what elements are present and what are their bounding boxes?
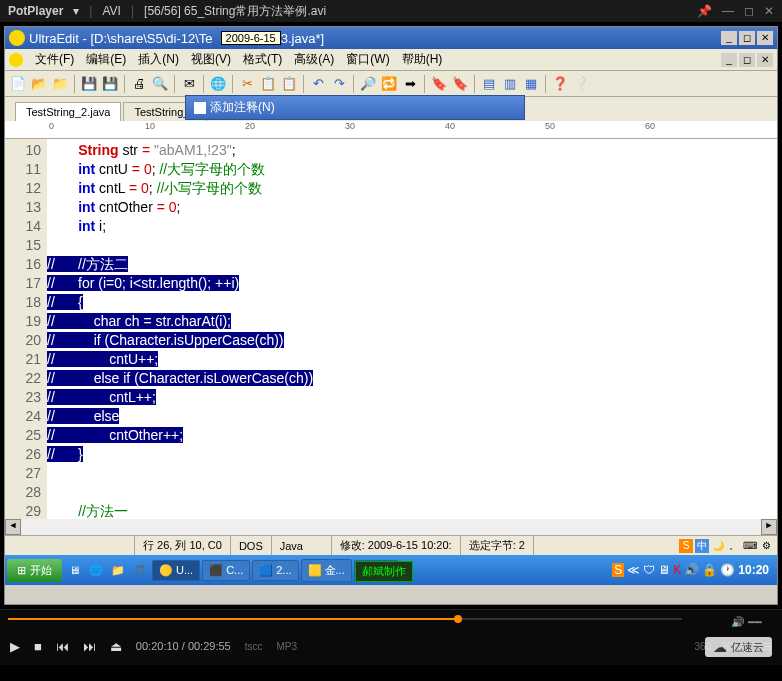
find-icon[interactable]: 🔎 bbox=[359, 75, 377, 93]
redo-icon[interactable]: ↷ bbox=[330, 75, 348, 93]
ime-s-icon[interactable]: S bbox=[679, 539, 693, 553]
selected-line-26: // } bbox=[47, 446, 83, 462]
ql-media-icon[interactable]: 🎵 bbox=[130, 560, 150, 580]
horizontal-scrollbar[interactable]: ◄ ► bbox=[5, 519, 777, 535]
potplayer-titlebar: PotPlayer ▾ | AVI | [56/56] 65_String常用方… bbox=[0, 0, 782, 22]
eject-button[interactable]: ⏏ bbox=[110, 639, 122, 654]
scroll-right-icon[interactable]: ► bbox=[761, 519, 777, 535]
save-as-icon[interactable]: 💾 bbox=[101, 75, 119, 93]
tray-s-icon[interactable]: S bbox=[612, 563, 624, 577]
new-icon[interactable]: 📄 bbox=[9, 75, 27, 93]
status-bar: 行 26, 列 10, C0 DOS Java 修改: 2009-6-15 10… bbox=[5, 535, 777, 555]
ue-minimize-button[interactable]: _ bbox=[721, 31, 737, 45]
play-button[interactable]: ▶ bbox=[10, 639, 20, 654]
toolbar: 📄 📂 📁 💾 💾 🖨 🔍 ✉ 🌐 ✂ 📋 📋 ↶ ↷ 🔎 🔁 ➡ 🔖 🔖 ▤ … bbox=[5, 71, 777, 97]
tray-clock-icon[interactable]: 🕐 bbox=[720, 563, 735, 577]
ime-keyboard-icon[interactable]: ⌨ bbox=[743, 539, 757, 553]
status-language: Java bbox=[272, 536, 332, 555]
stop-button[interactable]: ■ bbox=[34, 639, 42, 654]
cut-icon[interactable]: ✂ bbox=[238, 75, 256, 93]
tray-display-icon[interactable]: 🖥 bbox=[658, 563, 670, 577]
selected-line-23: // cntL++; bbox=[47, 389, 156, 405]
menu-window[interactable]: 窗口(W) bbox=[340, 49, 395, 70]
ql-desktop-icon[interactable]: 🖥 bbox=[64, 560, 84, 580]
goto-icon[interactable]: ➡ bbox=[401, 75, 419, 93]
menu-insert[interactable]: 插入(N) bbox=[132, 49, 185, 70]
maximize-button[interactable]: ◻ bbox=[744, 4, 754, 18]
audio-codec: MP3 bbox=[276, 641, 297, 652]
print-icon[interactable]: 🖨 bbox=[130, 75, 148, 93]
editor-area[interactable]: 1011121314151617181920212223242526272829… bbox=[5, 139, 777, 519]
selected-line-16: // //方法二 bbox=[47, 256, 128, 272]
tray-arrows-icon[interactable]: ≪ bbox=[627, 563, 640, 577]
ime-settings-icon[interactable]: ⚙ bbox=[759, 539, 773, 553]
menu-view[interactable]: 视图(V) bbox=[185, 49, 237, 70]
menu-edit[interactable]: 编辑(E) bbox=[80, 49, 132, 70]
paste-icon[interactable]: 📋 bbox=[280, 75, 298, 93]
selected-line-18: // { bbox=[47, 294, 83, 310]
ultraedit-titlebar: UltraEdit - [D:\share\S5\di-12\Te 2009-6… bbox=[5, 27, 777, 49]
menu-format[interactable]: 格式(T) bbox=[237, 49, 288, 70]
open-icon[interactable]: 📂 bbox=[30, 75, 48, 93]
seek-bar[interactable]: 🔊 ━━ bbox=[0, 609, 782, 627]
seek-thumb[interactable] bbox=[454, 615, 462, 623]
tile-v-icon[interactable]: ▥ bbox=[501, 75, 519, 93]
prev-button[interactable]: ⏮ bbox=[56, 639, 69, 654]
tab-teststring2[interactable]: TestString_2.java bbox=[15, 102, 121, 121]
video-codec: tscc bbox=[245, 641, 263, 652]
selected-line-19: // char ch = str.charAt(i); bbox=[47, 313, 231, 329]
tray-k-icon[interactable]: K bbox=[673, 563, 681, 577]
ime-zhong-icon[interactable]: 中 bbox=[695, 539, 709, 553]
taskbar-ultraedit[interactable]: 🟡U... bbox=[152, 560, 200, 581]
doc-close-button[interactable]: ✕ bbox=[757, 53, 773, 67]
menu-tooltip: 添加注释(N) bbox=[185, 95, 525, 120]
scroll-track[interactable] bbox=[21, 519, 761, 535]
tray-clock[interactable]: 10:20 bbox=[738, 563, 769, 577]
next-button[interactable]: ⏭ bbox=[83, 639, 96, 654]
save-icon[interactable]: 💾 bbox=[80, 75, 98, 93]
menu-advanced[interactable]: 高级(A) bbox=[288, 49, 340, 70]
cascade-icon[interactable]: ▦ bbox=[522, 75, 540, 93]
taskbar-item2[interactable]: 🟦2... bbox=[252, 560, 298, 581]
app-icon bbox=[9, 53, 23, 67]
ql-explorer-icon[interactable]: 📁 bbox=[108, 560, 128, 580]
start-button[interactable]: ⊞ 开始 bbox=[7, 559, 62, 582]
potplayer-menu-chevron[interactable]: ▾ bbox=[73, 4, 79, 18]
ql-ie-icon[interactable]: 🌐 bbox=[86, 560, 106, 580]
close-button[interactable]: ✕ bbox=[764, 4, 774, 18]
doc-minimize-button[interactable]: _ bbox=[721, 53, 737, 67]
pin-icon[interactable]: 📌 bbox=[697, 4, 712, 18]
selected-line-17: // for (i=0; i<str.length(); ++i) bbox=[47, 275, 239, 291]
tray-safe-icon[interactable]: 🔒 bbox=[702, 563, 717, 577]
ue-maximize-button[interactable]: ◻ bbox=[739, 31, 755, 45]
scroll-left-icon[interactable]: ◄ bbox=[5, 519, 21, 535]
web-icon[interactable]: 🌐 bbox=[209, 75, 227, 93]
code-content[interactable]: String str = "abAM1,!23"; int cntU = 0; … bbox=[47, 139, 777, 519]
help-icon[interactable]: ❓ bbox=[551, 75, 569, 93]
ime-moon-icon[interactable]: 🌙 bbox=[711, 539, 725, 553]
mail-icon[interactable]: ✉ bbox=[180, 75, 198, 93]
close-doc-icon[interactable]: 📁 bbox=[51, 75, 69, 93]
tile-h-icon[interactable]: ▤ bbox=[480, 75, 498, 93]
doc-maximize-button[interactable]: ◻ bbox=[739, 53, 755, 67]
menu-file[interactable]: 文件(F) bbox=[29, 49, 80, 70]
taskbar-jin[interactable]: 🟨金... bbox=[301, 559, 352, 582]
video-format: AVI bbox=[102, 4, 120, 18]
system-tray: S ≪ 🛡 🖥 K 🔊 🔒 🕐 10:20 bbox=[612, 563, 775, 577]
tray-volume-icon[interactable]: 🔊 bbox=[684, 563, 699, 577]
taskbar-cmd[interactable]: ⬛C... bbox=[202, 560, 250, 581]
preview-icon[interactable]: 🔍 bbox=[151, 75, 169, 93]
document-tabs: TestString_2.java TestString_3 添加注释(N) bbox=[5, 97, 777, 121]
replace-icon[interactable]: 🔁 bbox=[380, 75, 398, 93]
copy-icon[interactable]: 📋 bbox=[259, 75, 277, 93]
minimize-button[interactable]: — bbox=[722, 4, 734, 18]
ime-toolbar: S 中 🌙 。 ⌨ ⚙ bbox=[679, 539, 777, 553]
bookmark-next-icon[interactable]: 🔖 bbox=[451, 75, 469, 93]
undo-icon[interactable]: ↶ bbox=[309, 75, 327, 93]
menu-help[interactable]: 帮助(H) bbox=[396, 49, 449, 70]
about-icon[interactable]: ❔ bbox=[572, 75, 590, 93]
tray-shield-icon[interactable]: 🛡 bbox=[643, 563, 655, 577]
ue-close-button[interactable]: ✕ bbox=[757, 31, 773, 45]
window-title-suffix: 3.java*] bbox=[281, 31, 324, 46]
bookmark-icon[interactable]: 🔖 bbox=[430, 75, 448, 93]
